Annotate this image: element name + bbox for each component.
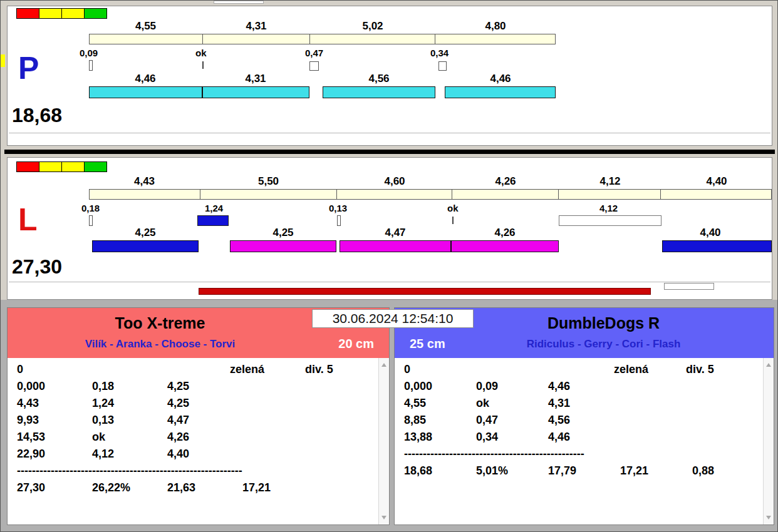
table-totals-row: 18,68 5,01% 17,79 17,21 0,88 bbox=[395, 464, 774, 481]
split-time-label: 4,43 bbox=[89, 175, 200, 188]
split-bar bbox=[89, 34, 556, 44]
split-segment bbox=[203, 34, 311, 44]
table-cell: 4,31 bbox=[548, 397, 617, 410]
fault-label: 4,12 bbox=[599, 203, 618, 213]
window-edge-artifact bbox=[214, 1, 264, 4]
lane-divider bbox=[4, 150, 775, 154]
arrow-down-icon bbox=[381, 516, 386, 519]
team-name: DumbleDogs R bbox=[451, 314, 756, 332]
arrow-down-icon bbox=[766, 516, 771, 519]
table-cell: 0,88 bbox=[692, 464, 714, 478]
table-cell: div. 5 bbox=[305, 363, 333, 376]
table-cell: 27,30 bbox=[17, 481, 89, 494]
penalty-marker-bar bbox=[197, 215, 229, 226]
split-segment bbox=[337, 190, 452, 199]
table-cell: 22,90 bbox=[17, 448, 89, 461]
fault-label: 0,09 bbox=[80, 48, 98, 58]
split-segment bbox=[661, 190, 771, 199]
table-cell: 14,53 bbox=[17, 431, 89, 444]
fault-marker-box bbox=[89, 215, 93, 226]
table-cell: 4,26 bbox=[167, 431, 239, 444]
table-cell: 0 bbox=[404, 363, 611, 376]
table-row: 8,85 0,47 4,56 bbox=[395, 414, 774, 431]
results-table-right: 0 zelená div. 5 0,000 0,09 4,46 4,55 ok … bbox=[395, 358, 774, 524]
dog-time-label: 4,46 bbox=[490, 73, 511, 85]
dog-time-bar bbox=[445, 86, 556, 98]
dog-time-label: 4,25 bbox=[135, 227, 155, 239]
fault-label: 0,47 bbox=[305, 48, 323, 58]
table-row: 22,90 4,12 4,40 bbox=[8, 448, 389, 464]
table-cell: 13,88 bbox=[404, 431, 473, 444]
light-yellow-1 bbox=[39, 161, 62, 172]
split-segment bbox=[452, 190, 559, 199]
timestamp-box: 30.06.2024 12:54:10 bbox=[312, 309, 474, 328]
table-scrollbar[interactable] bbox=[763, 358, 774, 524]
arrow-up-icon bbox=[766, 363, 771, 367]
table-cell: 26,22% bbox=[92, 481, 164, 494]
table-cell: 9,93 bbox=[17, 414, 89, 427]
dog-time-bar bbox=[230, 240, 336, 252]
split-time-label: 4,12 bbox=[559, 175, 661, 188]
table-cell: 4,43 bbox=[17, 397, 89, 410]
dog-time-label: 4,46 bbox=[135, 73, 155, 85]
table-cell: 4,46 bbox=[548, 380, 617, 393]
lane-total-l: 27,30 bbox=[12, 255, 62, 279]
dog-time-bar bbox=[92, 240, 199, 252]
results-table-left: 0 zelená div. 5 0,000 0,18 4,25 4,43 1,2… bbox=[8, 358, 389, 524]
table-cell: 4,25 bbox=[167, 397, 239, 410]
table-cell: 17,21 bbox=[242, 481, 271, 494]
split-time-label: 4,80 bbox=[435, 20, 556, 33]
split-time-label: 5,50 bbox=[200, 175, 337, 188]
scroll-up-button[interactable] bbox=[764, 359, 774, 371]
fault-label: ok bbox=[195, 48, 207, 58]
fault-marker-box bbox=[438, 61, 447, 71]
table-cell: 1,24 bbox=[92, 397, 164, 410]
fault-marker-tick bbox=[452, 217, 454, 224]
table-cell: 4,25 bbox=[167, 380, 239, 393]
split-segment bbox=[310, 34, 435, 44]
split-labels-row: 4,43 5,50 4,60 4,26 4,12 4,40 bbox=[89, 175, 772, 188]
light-green bbox=[84, 161, 107, 172]
table-totals-row: 27,30 26,22% 21,63 17,21 bbox=[8, 481, 389, 498]
table-scrollbar[interactable] bbox=[378, 358, 389, 524]
split-time-label: 4,31 bbox=[202, 20, 310, 33]
dog-time-bar bbox=[202, 86, 309, 98]
split-segment bbox=[200, 190, 338, 199]
table-row: 9,93 0,13 4,47 bbox=[8, 414, 389, 431]
progress-marker-box bbox=[664, 283, 714, 290]
scroll-up-button[interactable] bbox=[379, 359, 389, 371]
flyball-timing-window: P 4,55 4,31 5,02 4,80 0,09 ok 0,47 0,34 … bbox=[0, 0, 778, 532]
table-cell: 0,13 bbox=[92, 414, 164, 427]
split-segment bbox=[559, 190, 661, 199]
jump-height: 20 cm bbox=[338, 337, 374, 351]
table-info-row: 0 zelená div. 5 bbox=[395, 363, 774, 380]
fault-marker-box bbox=[89, 60, 93, 71]
table-cell: 8,85 bbox=[404, 414, 473, 427]
fault-label: ok bbox=[447, 203, 459, 213]
table-cell: zelená bbox=[230, 363, 302, 376]
fault-marker-tick bbox=[202, 61, 204, 69]
race-progress-bar bbox=[199, 288, 651, 295]
table-cell: 0 bbox=[17, 363, 227, 376]
lane-total-p: 18,68 bbox=[12, 104, 62, 127]
dog-time-bar bbox=[323, 86, 435, 98]
team-dogs: Ridiculus - Gerry - Cori - Flash bbox=[451, 338, 756, 350]
table-cell: 0,000 bbox=[404, 380, 473, 393]
split-time-label: 4,26 bbox=[452, 175, 559, 188]
table-cell: 4,55 bbox=[404, 397, 473, 410]
table-cell: 17,79 bbox=[548, 464, 617, 478]
light-yellow-2 bbox=[61, 161, 85, 172]
table-cell: 21,63 bbox=[167, 481, 239, 494]
table-separator: ----------------------------------------… bbox=[8, 464, 389, 481]
timestamp: 30.06.2024 12:54:10 bbox=[333, 311, 454, 325]
scroll-down-button[interactable] bbox=[764, 512, 774, 523]
scroll-down-button[interactable] bbox=[379, 512, 389, 523]
team-panel-left: Too X-treme Vilík - Aranka - Choose - To… bbox=[7, 307, 390, 525]
window-edge-artifact-yellow bbox=[1, 54, 5, 67]
table-cell: 17,21 bbox=[620, 464, 689, 478]
fault-marker-box bbox=[337, 215, 341, 226]
team-dogs: Vilík - Aranka - Choose - Torvi bbox=[8, 338, 313, 350]
table-cell: 0,000 bbox=[17, 380, 89, 393]
fault-label: 1,24 bbox=[205, 203, 223, 213]
table-cell: 4,56 bbox=[548, 414, 617, 427]
